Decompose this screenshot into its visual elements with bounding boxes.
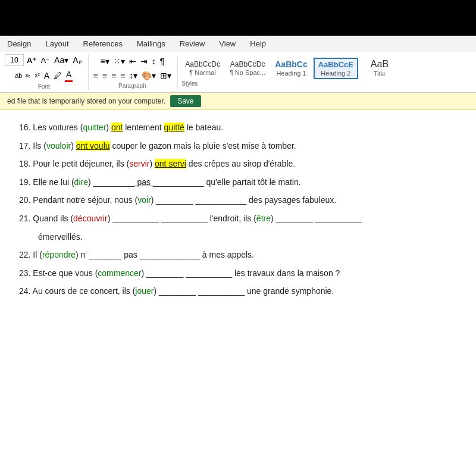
style-normal[interactable]: AaBbCcDc ¶ Normal [181,59,224,77]
font-size-input[interactable]: 10 [5,54,24,66]
doc-line-22: 22. Il (répondre) n' _______ pas _______… [19,247,457,263]
line-16-text2: ) [106,123,111,132]
style-nospace-preview: AaBbCcDc [230,60,265,68]
notification-bar: ed file that is temporarily stored on yo… [0,93,476,110]
subscript-label: ab [15,72,22,79]
line-21-num: 21. Quand ils ( [19,214,73,223]
highlight-icon[interactable]: 🖊 [52,70,63,82]
font-group: 10 A⁺ A⁻ Aa▾ Aᵨ ab x₂ x² A 🖊 A Font [5,54,83,90]
style-nospace[interactable]: AaBbCcDc ¶ No Spac... [226,59,269,77]
line-16-answer2: quitté [164,123,184,132]
line-22-num: 22. Il ( [19,250,42,259]
line-22-verb: répondre [42,250,76,259]
line-16-text4: le bateau. [184,123,223,132]
line-20-num: 20. Pendant notre séjour, nous ( [19,195,137,205]
line-23-num: 23. Est-ce que vous ( [19,268,98,278]
line-24-text3: une grande symphonie. [245,286,334,296]
font-case-icon[interactable]: Aa▾ [53,54,70,66]
font-group-label: Font [38,83,50,90]
line-23-text3: les travaux dans la maison ? [232,268,340,278]
menu-help[interactable]: Help [248,38,268,49]
font-color-icon[interactable]: A [65,68,73,82]
bullets-icon[interactable]: ≡▾ [99,55,111,67]
menu-design[interactable]: Design [5,38,33,49]
styles-section: AaBbCcDc ¶ Normal AaBbCcDc ¶ No Spac... … [181,58,403,87]
menu-layout[interactable]: Layout [43,38,71,49]
notification-text: ed file that is temporarily stored on yo… [7,97,165,105]
line-17-verb: vouloir [46,141,71,151]
line-24-num: 24. Au cours de ce concert, ils ( [19,286,135,296]
style-normal-label: ¶ Normal [189,69,215,76]
doc-line-21-cont: émerveillés. [38,229,457,245]
style-title[interactable]: AaB Title [361,58,399,79]
doc-line-19: 19. Elle ne lui (dire) _________ pas ___… [19,174,457,190]
indent-decrease-icon[interactable]: ⇤ [128,55,137,67]
justify-icon[interactable]: ≡ [119,70,126,82]
line-22-text2: ) n' [76,250,87,259]
style-nospace-label: ¶ No Spac... [230,69,265,76]
line-17-text2: ) [71,141,76,151]
font-shrink-icon[interactable]: A⁻ [39,55,51,66]
line-19-verb: dire [74,177,88,187]
line-19-text3: qu'elle partait tôt le matin. [204,177,301,187]
menu-references[interactable]: References [81,38,125,49]
styles-group-label: Styles [181,80,198,87]
style-heading2-label: Heading 2 [321,70,350,77]
line-16-num: 16. Les voitures ( [19,123,83,132]
sort-icon[interactable]: ↕ [151,55,157,67]
line-21-verb: découvrir [73,214,108,223]
line-19-blank: ___________ [153,177,204,187]
line-21-verb2: être [256,214,271,223]
align-center-icon[interactable]: ≡ [101,70,108,82]
doc-line-18: 18. Pour le petit déjeuner, ils (servir)… [19,156,457,172]
paragraph-section: ≡▾ ⁙▾ ⇤ ⇥ ↕ ¶ ≡ ≡ ≡ ≡ ↕▾ 🎨▾ ⊞▾ Paragraph [92,55,178,89]
line-23-verb: commencer [98,268,141,278]
line-23-text2: ) ________ __________ [141,268,232,278]
subscript-icon[interactable]: x₂ [24,71,32,80]
superscript-icon[interactable]: x² [33,71,40,80]
line-19-pas: pas [135,177,153,187]
line-19-text2: ) _________ [88,177,135,187]
font-section: 10 A⁺ A⁻ Aa▾ Aᵨ ab x₂ x² A 🖊 A Font [5,54,89,90]
line-19-num: 19. Elle ne lui ( [19,177,74,187]
align-right-icon[interactable]: ≡ [110,70,117,82]
style-heading1-label: Heading 1 [276,70,306,77]
line-21-text4: ) ________ __________ [271,214,362,223]
line-24-text2: ) ________ __________ [154,286,245,296]
numbering-icon[interactable]: ⁙▾ [112,55,126,67]
line-18-num: 18. Pour le petit déjeuner, ils ( [19,159,129,168]
align-left-icon[interactable]: ≡ [92,70,99,82]
style-title-label: Title [374,70,386,77]
doc-line-16: 16. Les voitures (quitter) ont lentement… [19,120,457,136]
line-22-blank1: _______ [87,250,124,259]
line-16-verb: quitter [83,123,106,132]
save-button[interactable]: Save [170,95,201,107]
indent-increase-icon[interactable]: ⇥ [139,55,149,67]
pilcrow-icon[interactable]: ¶ [159,55,166,67]
menu-review[interactable]: Review [177,38,208,49]
style-heading1-preview: AaBbCc [275,60,307,69]
menu-bar: Design Layout References Mailings Review… [0,36,476,52]
line-20-text2: ) ________ ___________ des paysages fabu… [151,195,336,205]
line-18-answer1: ont servi [155,159,186,168]
line-18-text3: des crêpes au sirop d'érable. [186,159,295,168]
line-spacing-icon[interactable]: ↕▾ [128,70,139,82]
style-heading2-preview: AaBbCcE [318,60,353,69]
paragraph-group: ≡▾ ⁙▾ ⇤ ⇥ ↕ ¶ ≡ ≡ ≡ ≡ ↕▾ 🎨▾ ⊞▾ Paragraph [92,55,173,89]
style-normal-preview: AaBbCcDc [185,60,220,68]
line-18-text2: ) [149,159,155,168]
borders-icon[interactable]: ⊞▾ [159,70,173,82]
font-grow-icon[interactable]: A⁺ [26,55,37,66]
line-21-text3: l'endroit, ils ( [208,214,256,223]
font-clear-icon[interactable]: Aᵨ [71,54,83,66]
line-24-verb: jouer [135,286,154,296]
shading-icon[interactable]: 🎨▾ [140,70,157,82]
line-16-answer1: ont [111,123,123,132]
ribbon: 10 A⁺ A⁻ Aa▾ Aᵨ ab x₂ x² A 🖊 A Font [0,52,476,93]
font-color-A-icon[interactable]: A [43,70,51,82]
style-heading1[interactable]: AaBbCc Heading 1 [271,58,311,78]
style-heading2[interactable]: AaBbCcE Heading 2 [314,58,358,79]
menu-view[interactable]: View [217,38,238,49]
doc-line-23: 23. Est-ce que vous (commencer) ________… [19,265,457,281]
menu-mailings[interactable]: Mailings [134,38,168,49]
